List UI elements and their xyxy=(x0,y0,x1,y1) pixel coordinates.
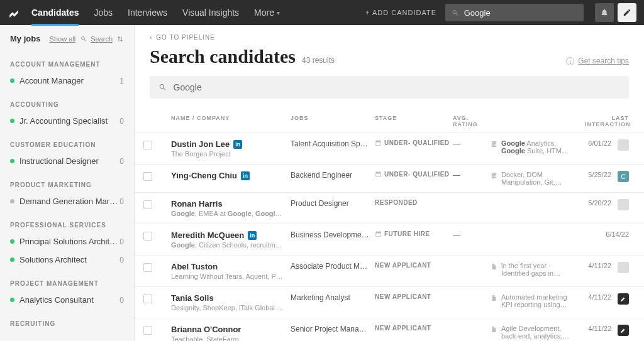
candidate-name[interactable]: Ronan Harris xyxy=(171,199,291,208)
top-nav: Candidates Jobs Interviews Visual Insigh… xyxy=(0,0,644,25)
job-name: Principal Solutions Architect xyxy=(19,237,119,246)
document-icon xyxy=(491,326,497,333)
sidebar-category: PROFESSIONAL SERVICES xyxy=(0,210,134,232)
notifications-button[interactable] xyxy=(595,3,614,22)
nav-candidates[interactable]: Candidates xyxy=(31,0,79,25)
show-all-link[interactable]: Show all xyxy=(50,35,76,43)
status-dot-icon xyxy=(10,298,14,302)
job-title: Marketing Analyst xyxy=(291,293,375,302)
table-row[interactable]: Ying-Cheng ChiuinBackend EngineerUNDER- … xyxy=(135,164,644,192)
chevron-left-icon: ‹ xyxy=(150,34,152,41)
stage-badge: UNDER- QUALIFIED xyxy=(375,139,453,146)
col-jobs[interactable]: JOBS xyxy=(291,115,375,127)
calendar-icon xyxy=(375,230,382,237)
job-count: 0 xyxy=(119,197,124,206)
avatar xyxy=(618,139,629,151)
calendar-icon xyxy=(375,171,382,178)
table-row[interactable]: Tania SolisDesignity, ShopKeep, iTalk Gl… xyxy=(135,286,644,318)
job-count: 0 xyxy=(119,117,124,126)
tags: Agile Development, back-end, analytics, … xyxy=(491,325,579,340)
search-icon[interactable] xyxy=(80,36,87,42)
compose-button[interactable] xyxy=(618,3,636,22)
nav-interviews[interactable]: Interviews xyxy=(128,0,167,25)
job-count: 0 xyxy=(119,237,124,246)
sidebar-job-item[interactable]: Analytics Consultant0 xyxy=(0,291,134,309)
candidate-name[interactable]: Brianna O'Connor xyxy=(171,325,291,334)
row-checkbox[interactable] xyxy=(143,141,152,149)
candidate-search-input[interactable] xyxy=(174,82,620,92)
col-name[interactable]: NAME / COMPANY xyxy=(171,115,291,127)
sidebar-job-item[interactable]: Solutions Architect0 xyxy=(0,251,134,269)
table-row[interactable]: Brianna O'ConnorTeachable, StateFarmSeni… xyxy=(135,318,644,341)
avatar xyxy=(618,199,629,210)
avg-rating: — xyxy=(453,139,491,148)
app-logo[interactable] xyxy=(8,6,20,19)
sidebar-job-item[interactable]: Account Manager1 xyxy=(0,72,134,90)
sidebar-category: PROJECT MANAGEMENT xyxy=(0,269,134,291)
last-interaction: 4/11/22 xyxy=(579,262,611,269)
row-checkbox[interactable] xyxy=(143,200,152,209)
status-dot-icon xyxy=(10,78,14,83)
nav-more[interactable]: More▾ xyxy=(254,0,280,25)
sort-icon[interactable] xyxy=(116,35,124,43)
col-rating[interactable]: AVG. RATING xyxy=(453,115,491,127)
job-name: Solutions Architect xyxy=(19,255,119,264)
job-title: Backend Engineer xyxy=(291,171,375,180)
row-checkbox[interactable] xyxy=(143,295,152,303)
linkedin-icon[interactable]: in xyxy=(241,171,250,180)
nav-jobs[interactable]: Jobs xyxy=(94,0,113,25)
add-candidate-button[interactable]: + ADD CANDIDATE xyxy=(365,9,436,16)
table-row[interactable]: Meredith McQueeninGoogle, Citizen School… xyxy=(135,224,644,255)
linkedin-icon[interactable]: in xyxy=(248,231,257,240)
col-stage[interactable]: STAGE xyxy=(375,115,453,127)
candidate-name[interactable]: Tania Solis xyxy=(171,293,291,303)
stage-badge: RESPONDED xyxy=(375,199,453,206)
col-last-interaction[interactable]: LAST INTERACTION xyxy=(585,115,629,127)
sidebar-job-item[interactable]: Instructional Designer0 xyxy=(0,152,134,170)
page-title: Search candidates xyxy=(150,46,296,67)
sidebar-category: ACCOUNT MANAGEMENT xyxy=(0,50,134,72)
row-checkbox[interactable] xyxy=(143,232,152,241)
sidebar-job-item[interactable]: Demand Generation Marketing ...0 xyxy=(0,192,134,210)
global-search[interactable] xyxy=(445,4,584,21)
search-icon xyxy=(158,83,167,92)
last-interaction: 6/01/22 xyxy=(579,139,611,147)
job-count: 0 xyxy=(119,296,124,305)
job-name: Account Manager xyxy=(19,76,119,85)
candidate-name[interactable]: Ying-Cheng Chiuin xyxy=(171,171,291,180)
global-search-input[interactable] xyxy=(464,8,577,18)
stage-badge: NEW APPLICANT xyxy=(375,325,453,332)
go-to-pipeline-link[interactable]: ‹GO TO PIPELINE xyxy=(135,25,644,46)
avg-rating: — xyxy=(453,171,491,180)
candidate-company: Teachable, StateFarm xyxy=(171,335,284,341)
last-interaction: 4/11/22 xyxy=(579,325,611,332)
sidebar-job-item[interactable]: Principal Solutions Architect0 xyxy=(0,232,134,251)
search-tips-link[interactable]: iGet search tips xyxy=(566,57,629,65)
candidate-search[interactable] xyxy=(150,76,629,99)
sidebar-search-link[interactable]: Search xyxy=(91,35,113,43)
nav-visual-insights[interactable]: Visual Insights xyxy=(182,0,239,25)
candidate-name[interactable]: Dustin Jon Leein xyxy=(171,139,291,149)
row-checkbox[interactable] xyxy=(143,263,152,272)
linkedin-icon[interactable]: in xyxy=(233,140,242,149)
calendar-icon xyxy=(375,139,382,146)
job-title: Talent Acquisition Specialist xyxy=(291,139,375,148)
table-row[interactable]: Abel TustonLearning Without Tears, Aquen… xyxy=(135,255,644,286)
pencil-icon xyxy=(623,8,631,17)
nav-links: Candidates Jobs Interviews Visual Insigh… xyxy=(31,0,280,25)
sidebar-job-item[interactable]: Jr. Accounting Specialist0 xyxy=(0,112,134,130)
candidate-name[interactable]: Abel Tuston xyxy=(171,262,291,271)
main-content: ‹GO TO PIPELINE Search candidates 43 res… xyxy=(135,25,644,341)
job-count: 0 xyxy=(119,157,124,166)
status-dot-icon xyxy=(10,159,14,163)
row-checkbox[interactable] xyxy=(143,326,152,335)
result-count: 43 results xyxy=(302,56,335,65)
job-name: Demand Generation Marketing ... xyxy=(19,197,119,206)
last-interaction: 5/20/22 xyxy=(579,199,611,207)
table-row[interactable]: Ronan HarrisGoogle, EMEA at Google, Goog… xyxy=(135,192,644,224)
candidate-company: Google, EMEA at Google, Google Ireland L… xyxy=(171,210,284,217)
table-row[interactable]: Dustin Jon LeeinThe Borgen ProjectTalent… xyxy=(135,133,644,164)
candidate-name[interactable]: Meredith McQueenin xyxy=(171,230,291,240)
row-checkbox[interactable] xyxy=(143,172,152,181)
table-header: NAME / COMPANY JOBS STAGE AVG. RATING LA… xyxy=(135,106,644,133)
